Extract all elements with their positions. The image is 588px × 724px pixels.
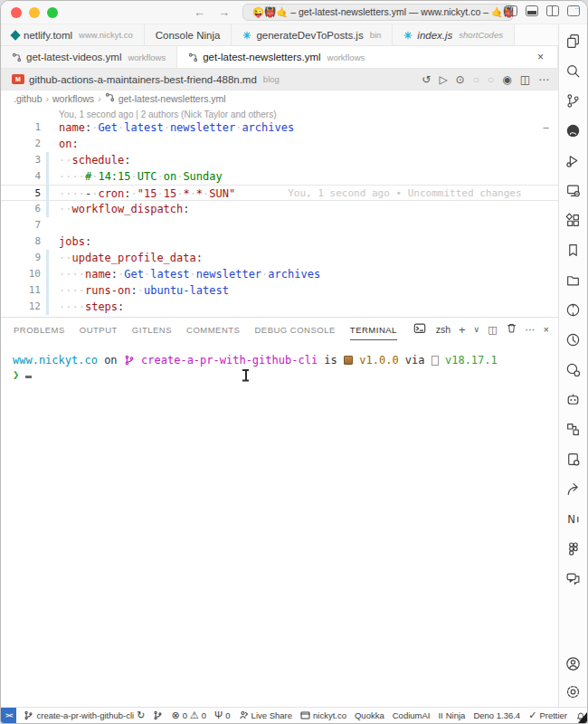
code-line-9[interactable]: 9··update_profile_data:: [1, 250, 558, 266]
code-line-8[interactable]: 8jobs:: [1, 233, 558, 250]
comments-icon[interactable]: [565, 571, 581, 586]
status-deno[interactable]: Deno 1.36.4: [472, 708, 521, 723]
github-icon[interactable]: [565, 123, 581, 138]
status-prettier[interactable]: ✓Prettier: [527, 708, 568, 723]
bookmarks-icon[interactable]: [565, 243, 581, 258]
run-debug-icon[interactable]: [565, 153, 581, 168]
codelens-blame[interactable]: You, 1 second ago | 2 authors (Nick Tayl…: [1, 106, 558, 119]
breadcrumb-item-file[interactable]: get-latest-newsletters.yml: [119, 93, 226, 104]
gitlens-settings-icon[interactable]: [565, 362, 581, 377]
code-text: ····#·14:15·UTC·on·Sunday: [41, 168, 223, 185]
status-remote-indicator[interactable]: ><: [1, 708, 16, 723]
node-icon: [432, 356, 439, 366]
open-changes-icon[interactable]: ⊙: [456, 73, 465, 86]
search-icon[interactable]: [565, 63, 581, 79]
run-circle-icon[interactable]: ◉: [502, 73, 511, 86]
next-change-icon: ○: [488, 73, 494, 86]
close-window-button[interactable]: [11, 7, 22, 18]
forward-arrow-icon[interactable]: →: [218, 5, 230, 19]
code-line-5[interactable]: 5····-·cron:·"15·15·*·*·SUN"You, 1 secon…: [1, 185, 558, 201]
back-arrow-icon[interactable]: ←: [194, 5, 205, 19]
settings-gear-icon[interactable]: [565, 684, 581, 700]
modified-line-gutter: [46, 152, 49, 168]
tab-label: generateDevToPosts.js: [256, 30, 363, 41]
status-git-branch[interactable]: create-a-pr-with-github-cli↻: [23, 708, 146, 723]
tab-index-js[interactable]: index.jsshortCodes: [393, 24, 515, 45]
svg-text:N: N: [567, 513, 575, 526]
quokka-icon[interactable]: [565, 422, 581, 437]
breadcrumb-item-github[interactable]: .github: [14, 93, 43, 104]
code-line-3[interactable]: 3··schedule:: [1, 152, 558, 168]
breadcrumb-item-workflows[interactable]: workflows: [52, 93, 94, 104]
status-codium-ai[interactable]: CodiumAI: [392, 708, 432, 723]
accounts-icon[interactable]: [565, 656, 581, 672]
code-line-7[interactable]: 7: [1, 217, 558, 233]
nx-console-icon[interactable]: N: [565, 511, 581, 527]
line-number: 1: [1, 119, 41, 136]
status-gitlens-branch[interactable]: [152, 708, 164, 723]
status-project[interactable]: nickyt.co: [299, 708, 347, 723]
code-line-4[interactable]: 4····#·14:15·UTC·on·Sunday: [1, 168, 558, 185]
tab-github-actions-md[interactable]: M github-actions-a-maintainers-best-frie…: [1, 69, 290, 90]
gitlens-icon[interactable]: [565, 302, 581, 318]
explorer-icon[interactable]: [565, 33, 581, 49]
code-line-10[interactable]: 10····name:·Get·latest·newsletter·archiv…: [1, 266, 558, 282]
tab-get-latest-newsletters-yml[interactable]: get-latest-newsletters.ymlworkflows×: [177, 46, 558, 68]
panel-more-icon[interactable]: ⋯: [526, 325, 536, 335]
split-terminal-icon[interactable]: ◫: [488, 325, 497, 335]
project-manager-icon[interactable]: [565, 272, 581, 288]
panel-tab-problems[interactable]: PROBLEMS: [14, 319, 65, 340]
panel-tab-terminal[interactable]: TERMINAL: [350, 319, 397, 340]
code-line-1[interactable]: 1name:·Get·latest·newsletter·archives−: [1, 119, 558, 136]
panel-tab-output[interactable]: OUTPUT: [80, 319, 118, 340]
code-editor[interactable]: 1name:·Get·latest·newsletter·archives−2o…: [1, 119, 558, 317]
extensions-icon[interactable]: [565, 213, 581, 228]
terminal[interactable]: www.nickyt.co on create-a-pr-with-github…: [1, 341, 558, 405]
panel-tab-gitlens[interactable]: GITLENS: [132, 319, 172, 340]
code-line-11[interactable]: 11····runs-on:·ubuntu-latest: [1, 282, 558, 299]
launch-profile-chevron-icon[interactable]: ∨: [474, 326, 480, 334]
tab-row-3: M github-actions-a-maintainers-best-frie…: [1, 69, 558, 90]
toggle-panel-icon[interactable]: [526, 5, 538, 16]
code-line-6[interactable]: 6··workflow_dispatch:: [1, 201, 558, 217]
code-line-12[interactable]: 12····steps:: [1, 299, 558, 315]
run-icon[interactable]: ▷: [439, 73, 447, 86]
codium-ai-icon[interactable]: [565, 392, 581, 407]
share-icon[interactable]: [565, 481, 581, 497]
figma-icon[interactable]: [565, 541, 581, 557]
status-tests[interactable]: Ψ0: [213, 708, 232, 723]
task-runner-icon[interactable]: [565, 452, 581, 467]
split-editor-icon[interactable]: ◫: [520, 73, 530, 86]
shell-label[interactable]: zsh: [436, 324, 450, 335]
source-control-icon[interactable]: [565, 93, 581, 109]
toggle-secondary-sidebar-icon[interactable]: [546, 5, 559, 16]
new-terminal-button[interactable]: +: [459, 324, 466, 336]
minimize-window-button[interactable]: [29, 7, 40, 18]
zoom-window-button[interactable]: [47, 7, 58, 18]
fold-indicator[interactable]: −: [543, 119, 549, 136]
close-panel-icon[interactable]: ×: [544, 325, 549, 335]
status-problems[interactable]: ⊗0⚠0: [170, 708, 207, 723]
tab-row-2: get-latest-videos.ymlworkflowsget-latest…: [1, 46, 558, 69]
history-icon[interactable]: ↺: [422, 73, 431, 86]
status-live-share[interactable]: Live Share: [238, 708, 293, 723]
tab-get-latest-videos-yml[interactable]: get-latest-videos.ymlworkflows: [1, 46, 177, 68]
more-actions-icon[interactable]: ⋯: [538, 73, 549, 86]
panel-tab-debug-console[interactable]: DEBUG CONSOLE: [254, 319, 335, 340]
status-console-ninja[interactable]: IINinja: [437, 708, 466, 723]
tab-netlify-toml[interactable]: netlify.tomlwww.nickyt.co: [1, 24, 145, 45]
modified-line-gutter: [46, 266, 49, 282]
tab-label: netlify.toml: [24, 30, 72, 41]
code-line-2[interactable]: 2on:: [1, 136, 558, 152]
panel-tab-comments[interactable]: COMMENTS: [186, 319, 240, 340]
gitlens-inspect-icon[interactable]: [565, 332, 581, 348]
tab-generatedevtoposts-js[interactable]: generateDevToPosts.jsbin: [232, 24, 393, 45]
toggle-sidebar-icon[interactable]: [505, 5, 517, 16]
customize-layout-icon[interactable]: [567, 5, 580, 16]
status-quokka[interactable]: Quokka: [354, 708, 385, 723]
close-tab-icon[interactable]: ×: [535, 51, 546, 63]
modified-line-gutter: [46, 168, 49, 185]
tab-console-ninja[interactable]: Console Ninja: [145, 24, 232, 45]
remote-explorer-icon[interactable]: [565, 183, 581, 198]
kill-terminal-icon[interactable]: [506, 322, 517, 337]
